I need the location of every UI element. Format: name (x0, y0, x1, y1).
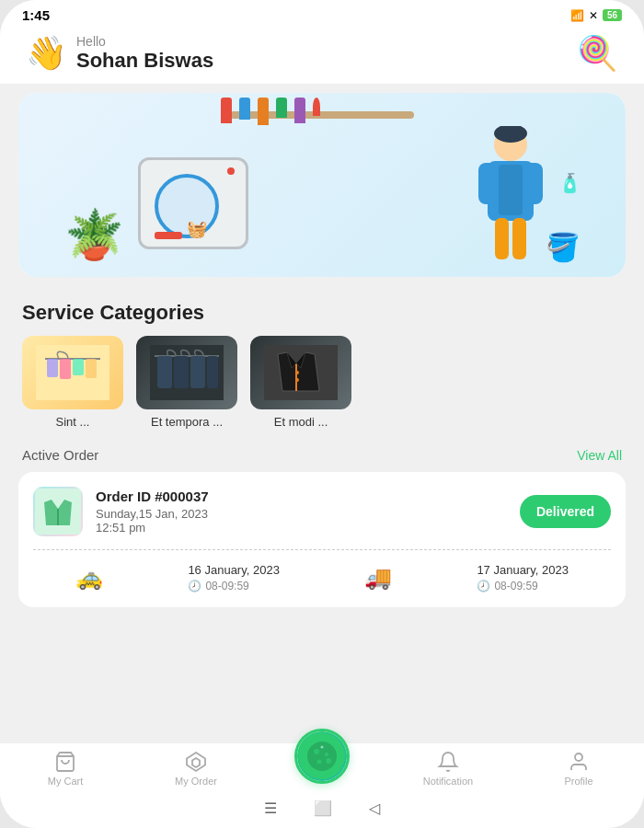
person-decoration (469, 126, 552, 268)
washer-decoration: 🧺 (138, 157, 248, 249)
category-label-1: Sint ... (56, 415, 90, 429)
home-sys-btn[interactable]: ⬜ (314, 799, 332, 817)
nav-label-profile: Profile (564, 776, 592, 787)
svg-point-31 (325, 753, 328, 756)
truck-icon-1: 🚕 (75, 565, 103, 591)
nav-center-circle (294, 729, 350, 784)
svg-rect-4 (495, 218, 509, 259)
svg-rect-2 (478, 163, 497, 204)
nav-label-order: My Order (175, 776, 217, 787)
back-sys-btn[interactable]: ◁ (369, 799, 380, 817)
nav-label-cart: My Cart (48, 776, 84, 787)
header: 👋 Hello Sohan Biswas 🍭 (0, 27, 644, 84)
header-left: 👋 Hello Sohan Biswas (26, 34, 213, 73)
timeline-date-2: 17 January, 2023 (477, 563, 569, 577)
svg-point-22 (295, 371, 299, 374)
nav-item-order[interactable]: My Order (164, 751, 228, 787)
status-time: 1:45 (22, 7, 50, 23)
user-name: Sohan Biswas (76, 49, 213, 73)
active-order-title: Active Order (22, 447, 98, 463)
nav-center-button[interactable] (294, 729, 350, 784)
svg-rect-14 (86, 359, 97, 378)
section-title: Service Categories (0, 292, 644, 336)
system-bar: ☰ ⬜ ◁ (0, 792, 644, 828)
nav-label-notification: Notification (423, 776, 473, 787)
nav-item-notification[interactable]: Notification (416, 751, 480, 787)
category-label-2: Et tempora ... (151, 415, 223, 429)
svg-point-33 (326, 758, 331, 764)
battery-badge: 56 (603, 9, 622, 21)
svg-point-34 (321, 745, 324, 748)
plant-decoration: 🪴 (64, 207, 124, 263)
svg-rect-11 (47, 359, 58, 377)
timeline-time-1: 🕗 08-09:59 (188, 580, 248, 592)
nav-center-image (297, 731, 347, 781)
svg-point-32 (317, 759, 322, 764)
svg-rect-20 (207, 356, 218, 388)
status-icons: 📶 ✕ 56 (570, 9, 622, 22)
category-image-3 (250, 336, 351, 409)
wave-emoji: 👋 (26, 34, 67, 73)
svg-rect-5 (512, 218, 526, 259)
lollipop-icon[interactable]: 🍭 (577, 34, 618, 73)
nav-item-profile[interactable]: Profile (546, 751, 611, 787)
svg-rect-12 (60, 359, 71, 379)
bottles-decoration (221, 98, 320, 125)
order-divider (33, 549, 611, 550)
main-content: 🪴 🧺 (0, 84, 644, 742)
order-info: Order ID #000037 Sunday,15 Jan, 2023 12:… (96, 489, 507, 535)
svg-rect-13 (73, 359, 84, 375)
status-bar: 1:45 📶 ✕ 56 (0, 0, 644, 27)
svg-point-35 (575, 753, 582, 761)
order-top: Order ID #000037 Sunday,15 Jan, 2023 12:… (33, 487, 611, 536)
cart-icon (54, 751, 76, 773)
timeline-date-1: 16 January, 2023 (188, 563, 280, 577)
active-order-header: Active Order View All (0, 443, 644, 472)
order-timeline: 🚕 16 January, 2023 🕗 08-09:59 🚚 17 Janua… (33, 563, 611, 592)
menu-sys-btn[interactable]: ☰ (264, 799, 277, 817)
svg-rect-18 (174, 356, 189, 388)
category-item-3[interactable]: Et modi ... (250, 336, 351, 429)
svg-point-30 (314, 749, 319, 754)
category-image-1 (22, 336, 123, 409)
order-date: Sunday,15 Jan, 2023 12:51 pm (96, 507, 507, 535)
order-id: Order ID #000037 (96, 489, 507, 504)
wifi-icon: 📶 (570, 9, 584, 22)
svg-rect-17 (157, 356, 172, 388)
timeline-time-2: 🕗 08-09:59 (477, 580, 537, 592)
signal-icon: ✕ (589, 9, 598, 22)
svg-point-23 (295, 378, 299, 382)
timeline-item-1: 16 January, 2023 🕗 08-09:59 (188, 563, 280, 592)
category-item-2[interactable]: Et tempora ... (136, 336, 237, 429)
order-thumbnail (33, 487, 83, 536)
banner-illustration: 🪴 🧺 (18, 93, 626, 277)
truck-icon-2: 🚚 (364, 565, 392, 591)
header-text: Hello Sohan Biswas (76, 34, 213, 73)
timeline-item-2: 17 January, 2023 🕗 08-09:59 (477, 563, 569, 592)
svg-rect-19 (190, 356, 205, 388)
bottom-nav: My Cart My Order (0, 742, 644, 792)
svg-rect-8 (499, 165, 523, 215)
bottle-hand-decoration: 🧴 (558, 172, 581, 194)
category-image-2 (136, 336, 237, 409)
phone-frame: 1:45 📶 ✕ 56 👋 Hello Sohan Biswas 🍭 (0, 0, 644, 828)
category-item-1[interactable]: Sint ... (22, 336, 123, 429)
svg-rect-3 (524, 163, 543, 204)
notification-icon (437, 751, 459, 773)
nav-item-cart[interactable]: My Cart (33, 751, 98, 787)
delivered-badge: Delivered (520, 495, 611, 528)
banner-card: 🪴 🧺 (18, 93, 626, 277)
view-all-link[interactable]: View All (577, 448, 622, 463)
profile-icon (568, 751, 590, 773)
bucket-decoration: 🪣 (546, 231, 580, 263)
category-label-3: Et modi ... (274, 415, 328, 429)
order-icon (185, 751, 207, 773)
categories-row: Sint ... (0, 336, 644, 443)
order-card[interactable]: Order ID #000037 Sunday,15 Jan, 2023 12:… (18, 472, 626, 607)
svg-marker-27 (192, 758, 200, 767)
greeting-text: Hello (76, 34, 213, 49)
